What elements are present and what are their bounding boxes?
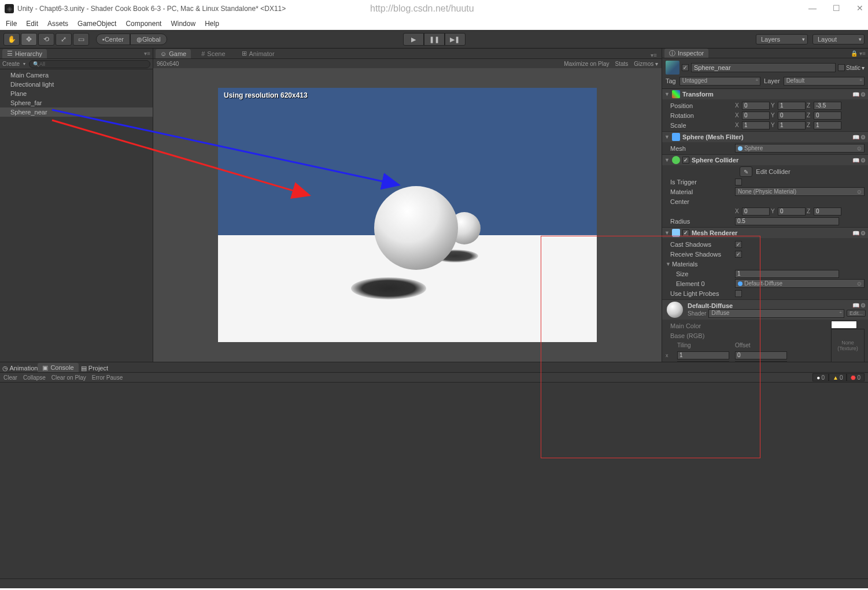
tiling-x[interactable]: [677, 351, 729, 359]
project-tab[interactable]: ▤ Project: [81, 365, 108, 372]
hierarchy-item[interactable]: Directional light: [0, 80, 153, 89]
collapse-button[interactable]: Collapse: [23, 374, 46, 381]
gear-icon[interactable]: ⚙: [860, 91, 866, 98]
space-toggle[interactable]: ◍ Global: [130, 34, 167, 45]
maximize-button[interactable]: ☐: [833, 3, 840, 13]
console-tab[interactable]: ▣ Console: [38, 363, 78, 372]
maximize-on-play[interactable]: Maximize on Play: [564, 61, 609, 67]
main-color-swatch[interactable]: [831, 321, 857, 329]
hierarchy-item-selected[interactable]: Sphere_near: [0, 107, 153, 117]
gear-icon[interactable]: ⚙: [860, 157, 866, 164]
pos-z[interactable]: [814, 102, 841, 110]
play-button[interactable]: ▶: [403, 33, 424, 46]
error-count[interactable]: ⬣ 0: [847, 373, 865, 381]
menu-window[interactable]: Window: [171, 20, 195, 28]
clear-on-play-button[interactable]: Clear on Play: [51, 374, 86, 381]
hand-tool[interactable]: ✋: [3, 33, 20, 46]
cast-shadows-checkbox[interactable]: ✓: [735, 241, 742, 248]
hierarchy-item[interactable]: Plane: [0, 89, 153, 98]
resolution-dropdown[interactable]: 960x640: [157, 61, 179, 67]
help-icon[interactable]: 📖: [852, 302, 859, 309]
is-trigger-checkbox[interactable]: [735, 179, 742, 185]
menu-help[interactable]: Help: [205, 20, 219, 28]
tiling-y[interactable]: [677, 361, 729, 362]
gameobject-name-field[interactable]: [691, 63, 836, 72]
rot-y[interactable]: [778, 112, 806, 120]
create-dropdown[interactable]: Create: [2, 61, 20, 67]
error-pause-button[interactable]: Error Pause: [92, 374, 123, 381]
scale-z[interactable]: [814, 121, 841, 129]
meshfilter-header[interactable]: ▼Sphere (Mesh Filter)📖⚙: [662, 132, 868, 142]
menu-file[interactable]: File: [6, 20, 17, 28]
gear-icon[interactable]: ⚙: [860, 230, 866, 236]
receive-shadows-checkbox[interactable]: ✓: [735, 251, 742, 258]
offset-x[interactable]: [735, 351, 787, 359]
hierarchy-item[interactable]: Main Camera: [0, 70, 153, 80]
scale-y[interactable]: [778, 121, 806, 129]
layout-dropdown[interactable]: Layout: [812, 34, 865, 44]
edit-collider-button[interactable]: ✎: [740, 166, 752, 177]
step-button[interactable]: ▶❚: [445, 33, 466, 46]
collider-enabled[interactable]: ✓: [682, 157, 689, 164]
hierarchy-search[interactable]: 🔍All: [29, 60, 150, 68]
rot-z[interactable]: [814, 112, 841, 120]
panel-menu-icon[interactable]: ▾≡: [651, 52, 659, 58]
rotate-tool[interactable]: ⟲: [38, 33, 54, 46]
menu-edit[interactable]: Edit: [26, 20, 38, 28]
menu-gameobject[interactable]: GameObject: [77, 20, 116, 28]
collider-header[interactable]: ▼✓Sphere Collider📖⚙: [662, 155, 868, 165]
pos-y[interactable]: [778, 102, 806, 110]
scale-tool[interactable]: ⤢: [56, 33, 72, 46]
center-x[interactable]: [742, 207, 770, 216]
scale-x[interactable]: [742, 121, 770, 129]
help-icon[interactable]: 📖: [852, 157, 859, 164]
gear-icon[interactable]: ⚙: [860, 302, 866, 309]
move-tool[interactable]: ✥: [21, 33, 37, 46]
shader-dropdown[interactable]: Diffuse: [708, 309, 844, 318]
help-icon[interactable]: 📖: [852, 230, 859, 236]
materials-size[interactable]: [735, 270, 839, 278]
stats-toggle[interactable]: Stats: [615, 61, 629, 67]
panel-menu-icon[interactable]: 🔒 ▾≡: [851, 50, 866, 57]
texture-slot[interactable]: None (Texture): [831, 329, 865, 362]
light-probes-checkbox[interactable]: [735, 290, 742, 297]
layers-dropdown[interactable]: Layers: [756, 34, 808, 44]
menu-component[interactable]: Component: [125, 20, 161, 28]
renderer-enabled[interactable]: ✓: [682, 229, 689, 236]
enabled-checkbox[interactable]: ✓: [682, 64, 689, 71]
radius-field[interactable]: [735, 217, 839, 225]
help-icon[interactable]: 📖: [852, 134, 859, 140]
material-header[interactable]: Default-Diffuse📖⚙ ShaderDiffuseEdit...: [662, 300, 868, 320]
center-z[interactable]: [814, 207, 841, 216]
pause-button[interactable]: ❚❚: [424, 33, 445, 46]
pos-x[interactable]: [742, 102, 770, 110]
physic-material-field[interactable]: None (Physic Material)⊙: [735, 187, 865, 196]
layer-dropdown[interactable]: Default: [784, 77, 865, 86]
edit-shader-button[interactable]: Edit...: [847, 310, 866, 317]
gameobject-icon[interactable]: [666, 61, 679, 75]
animator-tab[interactable]: ⊞ Animator: [234, 49, 283, 58]
help-icon[interactable]: 📖: [852, 91, 859, 98]
panel-menu-icon[interactable]: ▾≡: [144, 50, 150, 57]
offset-y[interactable]: [735, 361, 787, 362]
inspector-tab[interactable]: ⓘ Inspector: [664, 49, 708, 58]
static-checkbox[interactable]: [838, 64, 845, 71]
pivot-toggle[interactable]: ▪ Center: [96, 34, 130, 45]
info-count[interactable]: ● 0: [812, 373, 829, 381]
transform-header[interactable]: ▼Transform📖⚙: [662, 89, 868, 99]
center-y[interactable]: [778, 207, 806, 216]
close-button[interactable]: ✕: [856, 3, 863, 13]
rect-tool[interactable]: ▭: [73, 33, 89, 46]
game-tab[interactable]: ☺ Game: [156, 49, 191, 58]
minimize-button[interactable]: —: [808, 3, 817, 13]
warning-count[interactable]: ▲ 0: [829, 373, 847, 381]
scene-tab[interactable]: # Scene: [193, 49, 233, 58]
gizmos-dropdown[interactable]: Gizmos ▾: [634, 61, 658, 67]
hierarchy-item[interactable]: Sphere_far: [0, 98, 153, 107]
hierarchy-tab[interactable]: ☰ Hierarchy: [2, 49, 47, 58]
renderer-header[interactable]: ▼✓Mesh Renderer📖⚙: [662, 228, 868, 238]
material-element-field[interactable]: Default-Diffuse⊙: [735, 279, 865, 288]
rot-x[interactable]: [742, 112, 770, 120]
mesh-field[interactable]: Sphere⊙: [735, 144, 865, 153]
animation-tab[interactable]: ◷ Animation: [2, 365, 38, 372]
